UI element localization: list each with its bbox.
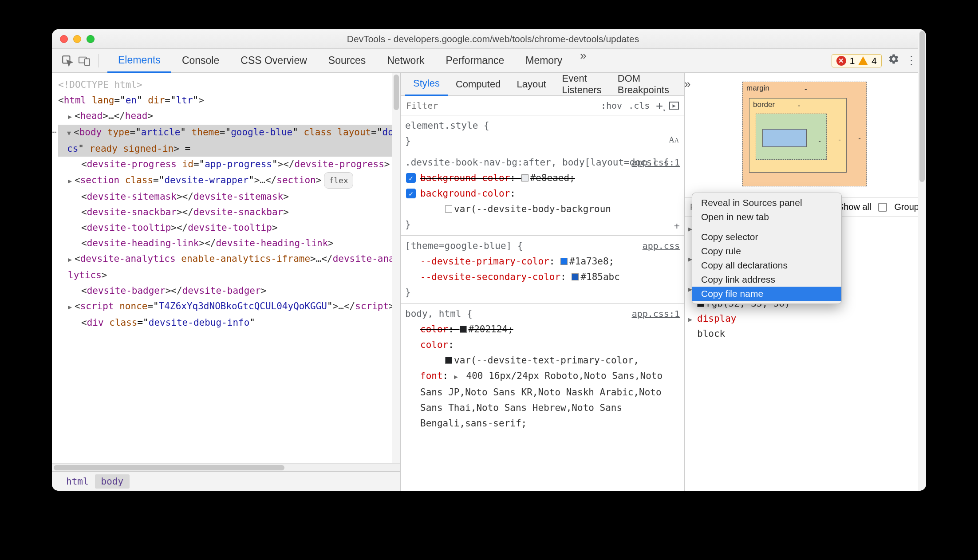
ctx-separator [692, 227, 841, 227]
ctx-copy-selector[interactable]: Copy selector [692, 230, 841, 244]
tab-styles[interactable]: Styles [405, 73, 448, 96]
computed-toggle-icon[interactable]: ▶ [669, 102, 679, 110]
panel-tabs: Elements Console CSS Overview Sources Ne… [107, 49, 826, 73]
ctx-open-newtab[interactable]: Open in new tab [692, 210, 841, 224]
tab-elements[interactable]: Elements [107, 49, 171, 73]
more-menu-icon[interactable]: ⋮ [906, 54, 917, 67]
tab-dom-breakpoints[interactable]: DOM Breakpoints [610, 73, 677, 96]
elements-panel: <!DOCTYPE html> <html lang="en" dir="ltr… [52, 73, 401, 491]
issues-badge[interactable]: ✕ 1 4 [832, 54, 882, 67]
styles-filter-bar: :hov .cls +▾ ▶ [401, 96, 684, 115]
device-toggle-icon[interactable] [78, 54, 91, 67]
traffic-lights [60, 35, 95, 43]
rule-element-style[interactable]: element.style { } AA [401, 115, 684, 152]
computed-scrollbar[interactable] [918, 73, 924, 491]
styles-panel: Styles Computed Layout Event Listeners D… [401, 73, 685, 491]
prop-checkbox-icon[interactable]: ✓ [406, 173, 416, 183]
tab-css-overview[interactable]: CSS Overview [230, 49, 318, 73]
prop-bg-color-struck[interactable]: ✓background-color: #e8eaed; [405, 170, 680, 186]
rule-theme[interactable]: app.css [theme=google-blue] { --devsite-… [401, 236, 684, 304]
prop-primary-color[interactable]: --devsite-primary-color: #1a73e8; [405, 254, 680, 269]
dom-analytics[interactable]: ▶<devsite-analytics enable-analytics-ifr… [58, 251, 400, 283]
ctx-copy-filename[interactable]: Copy file name [692, 287, 841, 301]
tab-memory[interactable]: Memory [515, 49, 573, 73]
warning-count: 4 [872, 55, 877, 66]
inspect-element-icon[interactable] [61, 54, 74, 67]
dom-div[interactable]: <div class="devsite-debug-info" [58, 315, 400, 331]
error-count: 1 [850, 55, 855, 66]
dom-section[interactable]: ▶<section class="devsite-wrapper">…</sec… [58, 172, 400, 189]
dom-heading-link[interactable]: <devsite-heading-link></devsite-heading-… [58, 236, 400, 251]
new-rule-icon[interactable]: +▾ [656, 99, 663, 112]
source-link[interactable]: app.css [643, 238, 680, 254]
font-editor-icon[interactable]: AA [669, 132, 679, 148]
box-model[interactable]: margin - - border - - - [685, 73, 924, 197]
cls-toggle[interactable]: .cls [628, 100, 650, 111]
dom-h-scrollbar[interactable] [52, 463, 400, 471]
tabs-overflow-icon[interactable]: » [573, 49, 593, 73]
rule-book-nav[interactable]: app.css:1 .devsite-book-nav-bg:after, bo… [401, 152, 684, 236]
style-rules[interactable]: element.style { } AA app.css:1 .devsite-… [401, 115, 684, 491]
tab-network[interactable]: Network [376, 49, 435, 73]
add-prop-icon[interactable]: + [674, 218, 680, 233]
dom-head[interactable]: ▶<head>…</head> [58, 108, 400, 125]
dom-html-open[interactable]: <html lang="en" dir="ltr"> [58, 93, 400, 108]
comp-display[interactable]: ▶display [685, 311, 924, 326]
context-menu: Reveal in Sources panel Open in new tab … [692, 193, 842, 304]
bm-margin-label: margin [746, 84, 769, 93]
tab-console[interactable]: Console [171, 49, 230, 73]
titlebar: DevTools - developers.google.com/web/too… [52, 29, 926, 49]
flex-badge[interactable]: flex [324, 172, 353, 189]
crumb-html[interactable]: html [60, 474, 95, 489]
main-toolbar: Elements Console CSS Overview Sources Ne… [52, 49, 926, 73]
group-checkbox[interactable] [878, 203, 887, 212]
styles-tabs: Styles Computed Layout Event Listeners D… [401, 73, 684, 96]
prop-color[interactable]: color: [405, 337, 680, 353]
error-icon: ✕ [836, 56, 846, 66]
tab-layout[interactable]: Layout [509, 73, 554, 96]
prop-secondary-color[interactable]: --devsite-secondary-color: #185abc [405, 269, 680, 285]
rule-body-html[interactable]: app.css:1 body, html { color: #202124; c… [401, 304, 684, 434]
window-title: DevTools - developers.google.com/web/too… [95, 34, 891, 44]
ctx-reveal-sources[interactable]: Reveal in Sources panel [692, 196, 841, 210]
dom-tooltip[interactable]: <devsite-tooltip></devsite-tooltip> [58, 220, 400, 236]
warning-icon [858, 56, 868, 65]
source-link[interactable]: app.css:1 [632, 306, 680, 322]
breadcrumb: html body [52, 471, 400, 491]
ctx-copy-declarations[interactable]: Copy all declarations [692, 258, 841, 272]
dom-scrollbar[interactable] [392, 73, 400, 463]
prop-font[interactable]: font: ▶ 400 16px/24px Roboto,Noto Sans,N… [405, 368, 680, 431]
dom-doctype[interactable]: <!DOCTYPE html> [58, 77, 400, 93]
dom-script[interactable]: ▶<script nonce="T4Z6xYq3dNOBkoGtcQCUL04y… [58, 299, 400, 315]
devtools-window: DevTools - developers.google.com/web/too… [52, 29, 926, 491]
tab-event-listeners[interactable]: Event Listeners [554, 73, 610, 96]
prop-bg-color[interactable]: ✓background-color: [405, 186, 680, 201]
tab-performance[interactable]: Performance [435, 49, 515, 73]
source-link[interactable]: app.css:1 [632, 155, 680, 170]
prop-checkbox-icon[interactable]: ✓ [406, 189, 416, 198]
settings-gear-icon[interactable] [888, 53, 899, 68]
close-window-button[interactable] [60, 35, 68, 43]
bm-border-label: border [753, 100, 775, 109]
zoom-window-button[interactable] [87, 35, 95, 43]
ctx-copy-rule[interactable]: Copy rule [692, 244, 841, 258]
dom-body-selected[interactable]: ⋯▼<body type="article" theme="google-blu… [58, 125, 400, 157]
dom-badger[interactable]: <devsite-badger></devsite-badger> [58, 283, 400, 299]
svg-rect-2 [85, 59, 90, 65]
group-label: Group [894, 202, 919, 212]
showall-label: Show all [838, 202, 872, 212]
tab-sources[interactable]: Sources [318, 49, 376, 73]
dom-progress[interactable]: <devsite-progress id="app-progress"></de… [58, 157, 400, 172]
dom-sitemask[interactable]: <devsite-sitemask></devsite-sitemask> [58, 189, 400, 205]
styles-filter-input[interactable] [406, 100, 601, 111]
crumb-body[interactable]: body [95, 474, 130, 489]
ctx-copy-link[interactable]: Copy link address [692, 272, 841, 287]
dom-snackbar[interactable]: <devsite-snackbar></devsite-snackbar> [58, 205, 400, 220]
dom-tree[interactable]: <!DOCTYPE html> <html lang="en" dir="ltr… [52, 73, 400, 463]
prop-color-struck[interactable]: color: #202124; [405, 322, 680, 337]
tab-computed[interactable]: Computed [448, 73, 509, 96]
minimize-window-button[interactable] [73, 35, 81, 43]
hov-toggle[interactable]: :hov [601, 100, 622, 111]
